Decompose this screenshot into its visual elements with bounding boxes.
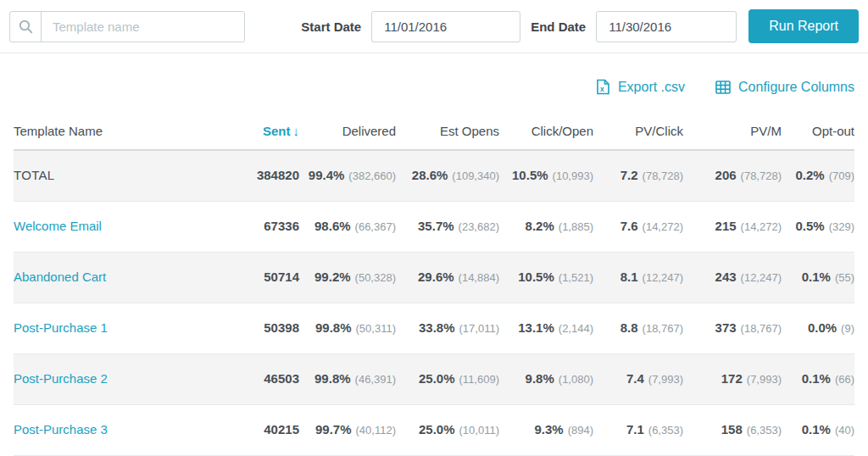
est_opens-value: 25.0% [419,371,455,386]
pv_m-count: (78,728) [741,170,782,182]
opt_out-cell: 0.5%(329) [782,201,854,252]
pv_click-value: 8.1 [620,270,638,284]
column-header-delivered[interactable]: Delivered [299,114,396,150]
delivered-cell: 99.8%(46,391) [299,353,396,404]
end-date-input[interactable] [596,11,737,42]
toolbar: Start Date End Date Run Report [0,0,868,53]
click_open-cell: 10.5%(10,993) [499,150,593,201]
table-row-total: TOTAL38482099.4%(382,660)28.6%(109,340)1… [14,150,854,201]
opt_out-value: 0.1% [802,422,831,437]
est_opens-cell: 29.6%(14,884) [396,252,499,303]
table-row: Post-Purchase 24650399.8%(46,391)25.0%(1… [14,353,854,404]
click_open-count: (1,885) [559,220,593,233]
opt_out-cell: 0.2%(709) [782,150,854,201]
export-csv-label: Export .csv [618,80,685,95]
table-row: Post-Purchase 34021599.7%(40,112)25.0%(1… [14,404,854,455]
table-header-row: Template NameSent↓DeliveredEst OpensClic… [14,114,854,150]
opt_out-value: 0.5% [795,219,824,233]
click_open-cell: 13.1%(2,144) [499,303,593,353]
est_opens-cell: 28.6%(109,340) [396,150,499,201]
est_opens-value: 28.6% [412,168,448,182]
click_open-cell: 9.3%(894) [499,404,593,455]
column-header-pv_m[interactable]: PV/M [683,114,782,150]
opt_out-count: (709) [829,170,854,182]
template-name-cell: Post-Purchase 3 [14,404,227,455]
column-header-pv_click[interactable]: PV/Click [593,114,683,150]
configure-columns-link[interactable]: Configure Columns [715,80,854,95]
pv_m-cell: 172(7,993) [683,353,782,404]
click_open-count: (894) [568,424,593,437]
delivered-value: 99.8% [314,371,351,386]
opt_out-value: 0.0% [808,320,837,335]
pv_click-cell: 8.8(18,767) [593,303,683,353]
template-name-cell: TOTAL [14,150,227,201]
delivered-count: (50,311) [356,322,396,335]
template-link[interactable]: Welcome Email [14,219,102,233]
est_opens-value: 29.6% [418,270,454,284]
pv_m-cell: 206(78,728) [683,150,782,201]
template-link[interactable]: Post-Purchase 1 [14,320,108,335]
opt_out-value: 0.2% [795,168,824,182]
column-header-name[interactable]: Template Name [14,114,227,150]
table-row: Welcome Email6733698.6%(66,367)35.7%(23,… [14,201,854,252]
est_opens-count: (109,340) [452,170,499,182]
click_open-value: 9.3% [534,422,563,437]
pv_click-cell: 7.4(7,993) [593,353,683,404]
column-header-est_opens[interactable]: Est Opens [396,114,499,150]
column-header-click_open[interactable]: Click/Open [499,114,593,150]
sent-value: 384820 [257,168,299,182]
sent-value: 67336 [264,219,299,233]
table-row: Abandoned Cart5071499.2%(50,328)29.6%(14… [14,252,854,303]
sent-value: 46503 [264,371,299,386]
est_opens-value: 33.8% [419,320,455,335]
template-link[interactable]: Abandoned Cart [14,270,106,284]
column-header-opt_out[interactable]: Opt-out [782,114,854,150]
template-name-cell: Abandoned Cart [14,252,227,303]
search-box [9,11,245,42]
delivered-count: (46,391) [355,373,396,386]
est_opens-cell: 25.0%(10,011) [396,404,499,455]
sent-cell: 50398 [227,303,299,353]
export-csv-link[interactable]: x Export .csv [596,79,685,95]
search-input[interactable] [42,12,244,42]
pv_click-cell: 7.2(78,728) [593,150,683,201]
pv_m-cell: 215(14,272) [683,201,782,252]
sent-cell: 384820 [227,150,299,201]
est_opens-count: (17,011) [459,322,499,335]
click_open-count: (2,144) [559,322,593,335]
pv_m-value: 243 [715,270,737,284]
template-link[interactable]: Post-Purchase 2 [14,371,108,386]
pv_click-value: 7.2 [620,168,638,182]
pv_m-count: (18,767) [741,322,782,335]
opt_out-count: (66) [835,373,854,386]
template-link[interactable]: Post-Purchase 3 [14,422,108,437]
run-report-button[interactable]: Run Report [748,9,859,43]
delivered-cell: 98.6%(66,367) [299,201,396,252]
start-date-input[interactable] [371,11,520,42]
pv_click-value: 7.1 [626,422,644,437]
opt_out-count: (329) [829,220,854,233]
delivered-count: (382,660) [348,170,396,182]
pv_click-count: (78,728) [643,170,683,182]
opt_out-value: 0.1% [802,270,831,284]
sent-cell: 67336 [227,201,299,252]
opt_out-value: 0.1% [802,371,831,386]
delivered-count: (66,367) [355,220,396,233]
table-actions: x Export .csv Configure Columns [0,53,868,114]
pv_m-value: 215 [715,219,737,233]
configure-columns-label: Configure Columns [738,80,854,95]
opt_out-cell: 0.1%(55) [782,252,854,303]
pv_m-value: 373 [715,320,737,335]
column-header-sent[interactable]: Sent↓ [227,114,299,150]
sort-desc-arrow-icon: ↓ [293,124,300,138]
pv_m-value: 172 [721,371,743,386]
end-date-group: End Date [520,11,737,42]
template-name-cell: Post-Purchase 1 [14,303,227,353]
table-row: Post-Purchase 15039899.8%(50,311)33.8%(1… [14,303,854,353]
sent-value: 40215 [264,422,299,437]
est_opens-value: 25.0% [419,422,455,437]
sent-cell: 46503 [227,353,299,404]
report-table-wrap: Template NameSent↓DeliveredEst OpensClic… [0,114,868,456]
template-name-cell: Post-Purchase 2 [14,353,227,404]
opt_out-cell: 0.0%(9) [782,303,854,353]
